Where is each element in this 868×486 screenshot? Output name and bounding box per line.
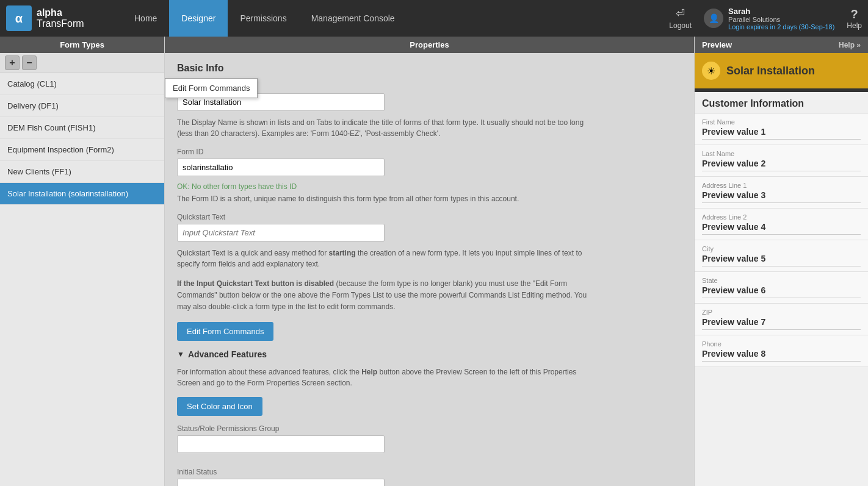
form-id-help: The Form ID is a short, unique name to d… xyxy=(177,193,598,204)
initial-status-label: Initial Status xyxy=(177,468,682,476)
preview-field: Address Line 2 Preview value 4 xyxy=(695,209,868,240)
quickstart-warning: If the Input Quickstart Text button is d… xyxy=(177,278,598,313)
user-avatar: 👤 xyxy=(704,9,723,28)
quickstart-label: Quickstart Text xyxy=(177,213,682,221)
status-role-label: Status/Role Permissions Group xyxy=(177,424,682,433)
quickstart-help: Quickstart Text is a quick and easy meth… xyxy=(177,248,598,270)
add-form-type-button[interactable]: + xyxy=(5,55,20,70)
display-name-help: The Display Name is shown in lists and o… xyxy=(177,117,598,139)
edit-form-commands-tooltip: Edit Form Commands xyxy=(165,78,258,98)
preview-header-label: Preview xyxy=(702,40,732,49)
advanced-help-text1: For information about these advanced fea… xyxy=(177,368,361,376)
user-company: Parallel Solutions xyxy=(728,16,834,23)
preview-field-value: Preview value 7 xyxy=(702,317,861,330)
preview-field: State Preview value 6 xyxy=(695,272,868,304)
preview-field-label: Address Line 1 xyxy=(702,182,861,189)
preview-form-header: ☀ Solar Installation xyxy=(695,53,868,88)
preview-field-value: Preview value 8 xyxy=(702,349,861,362)
preview-form-title: Solar Installation xyxy=(726,65,815,77)
logo-alpha: alpha xyxy=(37,7,84,18)
help-button[interactable]: ? Help xyxy=(847,7,862,30)
list-item-active[interactable]: Solar Installation (solarinstallation) xyxy=(0,183,164,205)
form-id-input[interactable] xyxy=(177,159,385,176)
tooltip-text: Edit Form Commands xyxy=(173,84,250,93)
preview-header: Preview Help » xyxy=(695,37,868,53)
logout-label: Logout xyxy=(669,21,692,30)
chevron-down-icon: ▼ xyxy=(177,350,184,359)
preview-section-title: Customer Information xyxy=(695,92,868,113)
remove-form-type-button[interactable]: − xyxy=(22,55,37,70)
list-item[interactable]: Catalog (CL1) xyxy=(0,73,164,95)
advanced-help-bold: Help xyxy=(361,368,377,376)
list-item[interactable]: Delivery (DF1) xyxy=(0,95,164,117)
preview-field: First Name Preview value 1 xyxy=(695,113,868,145)
preview-help-link[interactable]: Help » xyxy=(839,41,861,49)
preview-field-label: State xyxy=(702,277,861,284)
status-role-input[interactable] xyxy=(177,435,385,453)
nav-management-console[interactable]: Management Console xyxy=(299,0,407,37)
advanced-toggle-label: Advanced Features xyxy=(188,349,267,359)
properties-content: Basic Info Display Name The Display Name… xyxy=(165,53,694,486)
preview-field-value: Preview value 4 xyxy=(702,222,861,235)
preview-field: ZIP Preview value 7 xyxy=(695,304,868,335)
help-icon: ? xyxy=(851,7,858,21)
user-name: Sarah xyxy=(728,7,834,16)
form-types-header: Form Types xyxy=(0,37,164,53)
preview-field-value: Preview value 6 xyxy=(702,285,861,298)
preview-field: Address Line 1 Preview value 3 xyxy=(695,177,868,209)
preview-field-value: Preview value 1 xyxy=(702,127,861,140)
preview-field-label: First Name xyxy=(702,118,861,126)
user-info: Sarah Parallel Solutions Login expires i… xyxy=(728,7,834,30)
preview-field-label: ZIP xyxy=(702,309,861,316)
user-expires: Login expires in 2 days (30-Sep-18) xyxy=(728,23,834,30)
list-item[interactable]: DEM Fish Count (FISH1) xyxy=(0,117,164,139)
logo-text: alpha TransForm xyxy=(37,7,84,29)
preview-content: ☀ Solar Installation Customer Informatio… xyxy=(695,53,868,486)
logo-transform: TransForm xyxy=(37,18,84,29)
logo-icon: α xyxy=(6,5,32,31)
nav-items: Home Designer Permissions Management Con… xyxy=(122,0,669,37)
advanced-help-text: For information about these advanced fea… xyxy=(177,366,598,388)
form-id-status: OK: No other form types have this ID xyxy=(177,182,682,191)
nav-permissions[interactable]: Permissions xyxy=(228,0,298,37)
left-panel: Form Types + − Edit Form Commands Catalo… xyxy=(0,37,165,486)
set-color-icon-button[interactable]: Set Color and Icon xyxy=(177,397,262,416)
preview-field-label: Phone xyxy=(702,340,861,348)
quickstart-warning-bold: If the Input Quickstart Text button is d… xyxy=(177,279,334,288)
center-panel: Properties Basic Info Display Name The D… xyxy=(165,37,694,486)
preview-field-label: City xyxy=(702,245,861,252)
form-type-list: Catalog (CL1) Delivery (DF1) DEM Fish Co… xyxy=(0,73,164,486)
nav-home[interactable]: Home xyxy=(122,0,169,37)
logo-area: α alpha TransForm xyxy=(6,5,110,31)
preview-field-label: Last Name xyxy=(702,150,861,157)
form-id-label: Form ID xyxy=(177,148,682,156)
user-area: 👤 Sarah Parallel Solutions Login expires… xyxy=(704,7,834,30)
advanced-features-toggle[interactable]: ▼ Advanced Features xyxy=(177,349,682,359)
basic-info-title: Basic Info xyxy=(177,63,682,74)
list-item[interactable]: New Clients (FF1) xyxy=(0,161,164,183)
list-item[interactable]: Equipment Inspection (Form2) xyxy=(0,139,164,161)
logout-button[interactable]: ⏎ Logout xyxy=(669,7,692,30)
preview-field-label: Address Line 2 xyxy=(702,213,861,221)
preview-field-value: Preview value 2 xyxy=(702,159,861,171)
preview-field-value: Preview value 3 xyxy=(702,190,861,203)
preview-field: Last Name Preview value 2 xyxy=(695,145,868,177)
logout-icon: ⏎ xyxy=(676,7,685,20)
properties-header: Properties xyxy=(165,37,694,53)
preview-panel: Preview Help » ☀ Solar Installation Cust… xyxy=(694,37,868,486)
main-layout: Form Types + − Edit Form Commands Catalo… xyxy=(0,37,868,486)
edit-form-commands-button[interactable]: Edit Form Commands xyxy=(177,322,273,341)
nav-right: ⏎ Logout 👤 Sarah Parallel Solutions Logi… xyxy=(669,7,862,30)
help-label: Help xyxy=(847,21,862,30)
preview-field: City Preview value 5 xyxy=(695,240,868,272)
quickstart-help-text1: Quickstart Text is a quick and easy meth… xyxy=(177,249,329,257)
preview-field: Phone Preview value 8 xyxy=(695,335,868,367)
form-types-toolbar: + − xyxy=(0,53,164,73)
nav-designer[interactable]: Designer xyxy=(169,0,228,37)
quickstart-input[interactable] xyxy=(177,224,385,241)
top-navigation: α alpha TransForm Home Designer Permissi… xyxy=(0,0,868,37)
initial-status-input[interactable] xyxy=(177,479,385,486)
preview-form-icon: ☀ xyxy=(702,62,720,80)
preview-field-value: Preview value 5 xyxy=(702,254,861,266)
quickstart-help-bold: starting xyxy=(329,249,356,257)
